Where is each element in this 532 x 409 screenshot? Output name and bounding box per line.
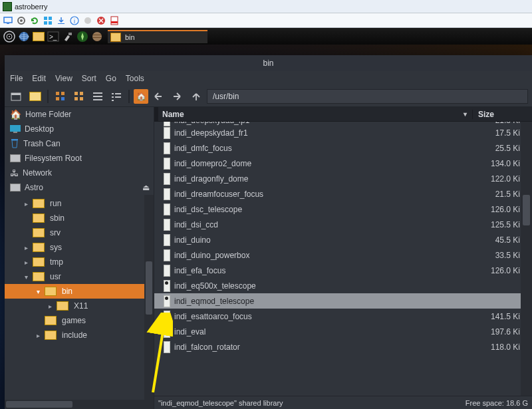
expander-icon[interactable]: ▸ [22,259,30,266]
file-row[interactable]: indi_esattoarco_focus141.5 KiB [154,309,532,324]
hammer-icon[interactable] [61,30,74,43]
new-folder-button[interactable] [27,88,43,104]
tree-item-srv[interactable]: srv [5,225,154,240]
expander-icon[interactable]: ▸ [22,200,30,207]
gear-icon[interactable] [16,15,27,26]
window-titlebar[interactable]: bin [5,55,532,71]
tree-item-usr[interactable]: ▾usr [5,269,154,284]
file-icon [164,122,170,126]
menu-tools[interactable]: Tools [126,74,144,83]
host-titlebar: astroberry [0,0,532,13]
status-left: "indi_eqmod_telescope" shared library [158,399,283,407]
svg-rect-26 [92,37,102,38]
file-row[interactable]: indi_deepskydad_fp121.5 KiB [154,122,532,125]
expander-icon[interactable]: ▸ [22,244,30,251]
view-list-button[interactable] [108,88,124,104]
tree-item-include[interactable]: ▸include [5,328,154,342]
expander-icon[interactable]: ▾ [34,288,42,295]
file-row[interactable]: indi_eval197.6 KiB [154,324,532,339]
tree-item-bin[interactable]: ▾bin [5,284,154,299]
view-thumbs-button[interactable] [71,88,87,104]
tree-scrollbar[interactable] [144,195,154,400]
view-icons-button[interactable] [53,88,68,104]
screen-icon[interactable] [3,15,13,26]
svg-rect-37 [93,92,102,94]
windows-icon[interactable] [43,15,53,26]
tree-item-games[interactable]: games [5,313,154,328]
file-row[interactable]: indi_duino_powerbox33.5 KiB [154,247,532,263]
close-icon[interactable] [96,15,106,26]
planet-icon[interactable] [90,30,104,43]
taskbar-task[interactable]: bin [108,30,207,43]
path-input[interactable] [207,89,528,104]
tree-item-X11[interactable]: ▸X11 [5,299,154,313]
expander-icon[interactable]: ▸ [34,332,42,339]
web-icon[interactable] [17,30,31,43]
back-button[interactable] [151,88,167,104]
sidebar-item-network[interactable]: 🖧Network [5,166,154,180]
view-compact-button[interactable] [90,88,106,104]
sidebar-label: Filesystem Root [25,154,82,163]
sidebar-item-home[interactable]: 🏠Home Folder [5,107,154,122]
eject-icon[interactable]: ⏏ [142,183,150,192]
info-icon[interactable]: i [69,15,80,26]
refresh-icon[interactable] [29,15,40,26]
sidebar-item-trash[interactable]: Trash Can [5,136,154,151]
svg-rect-44 [112,100,114,101]
file-icon [164,219,170,231]
menu-go[interactable]: Go [106,74,116,83]
file-row[interactable]: indi_dmfc_focus25.5 KiB [154,140,532,156]
file-list[interactable]: indi_deepskydad_fp121.5 KiBindi_deepskyd… [154,122,532,396]
pdf-icon[interactable] [109,15,120,26]
home-button[interactable]: 🏠 [134,89,148,104]
desktop-icon [10,125,21,133]
file-row[interactable]: indi_falcon_rotator118.0 KiB [154,339,532,354]
house-icon: 🏠 [10,109,21,120]
file-row[interactable]: indi_domepro2_dome134.0 KiB [154,156,532,171]
file-row[interactable]: indi_dreamfocuser_focus21.5 KiB [154,186,532,202]
column-size[interactable]: Size [472,110,532,119]
terminal-icon[interactable]: >_ [47,30,60,43]
sidebar-item-desktop[interactable]: Desktop [5,122,154,136]
file-row[interactable]: indi_duino45.5 KiB [154,232,532,247]
file-icon [164,173,170,185]
menu-edit[interactable]: Edit [32,74,46,83]
tree-item-sbin[interactable]: sbin [5,211,154,225]
download-icon[interactable] [56,15,66,26]
file-name: indi_deepskydad_fp1 [170,122,472,125]
tree-item-run[interactable]: ▸run [5,196,154,211]
file-row[interactable]: indi_eqmod_telescope [154,293,532,309]
sidebar-hscrollbar[interactable] [5,400,154,409]
expander-icon[interactable]: ▸ [46,303,54,310]
sidebar-label: Home Folder [25,110,71,119]
svg-rect-40 [112,93,114,94]
compass-icon[interactable] [76,30,89,43]
menu-view[interactable]: View [55,74,72,83]
file-row[interactable]: indi_deepskydad_fr117.5 KiB [154,125,532,140]
menu-file[interactable]: File [10,74,23,83]
file-row[interactable]: indi_dsi_ccd125.5 KiB [154,217,532,232]
file-name: indi_falcon_rotator [170,342,472,352]
files-icon[interactable] [32,30,45,43]
column-name[interactable]: Name▾ [158,110,472,119]
dot-icon[interactable] [82,15,93,26]
file-row[interactable]: indi_dsc_telescope126.0 KiB [154,202,532,217]
svg-rect-39 [93,99,102,100]
up-button[interactable] [188,88,204,104]
sidebar-item-root[interactable]: Filesystem Root [5,151,154,166]
forward-button[interactable] [170,88,186,104]
tree-item-tmp[interactable]: ▸tmp [5,255,154,269]
folder-icon [33,213,45,223]
file-row[interactable]: indi_eq500x_telescope [154,278,532,293]
new-tab-button[interactable] [9,88,25,104]
file-row[interactable]: indi_dragonfly_dome122.0 KiB [154,171,532,186]
sidebar-item-astro[interactable]: Astro ⏏ [5,180,154,195]
menu-sort[interactable]: Sort [82,74,96,83]
menu-icon[interactable] [3,30,16,43]
tree-item-sys[interactable]: ▸sys [5,240,154,255]
expander-icon[interactable]: ▾ [22,273,30,281]
svg-rect-8 [58,23,65,24]
file-scrollbar[interactable] [521,122,532,396]
file-row[interactable]: indi_efa_focus126.0 KiB [154,263,532,278]
app-icon [3,2,12,11]
